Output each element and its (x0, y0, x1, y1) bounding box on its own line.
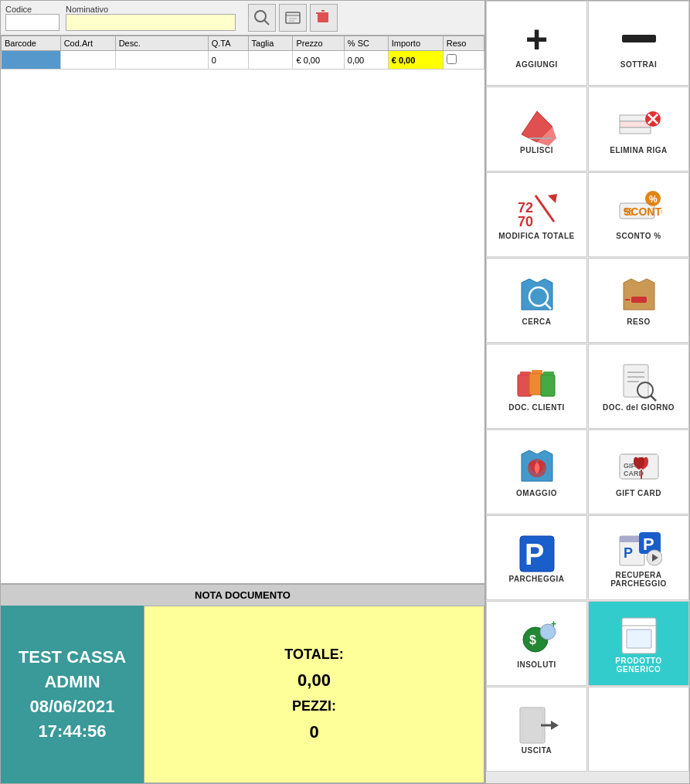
cash-icon: $ + (514, 618, 560, 660)
doc-clienti-button[interactable]: DOC. CLIENTI (486, 344, 587, 429)
svg-text:%: % (624, 205, 634, 218)
doc-giorno-label: DOC. del GIORNO (603, 403, 675, 412)
generic-product-icon (616, 614, 662, 657)
svg-rect-6 (318, 13, 328, 22)
right-panel: + AGGIUNGI SOTTRAI PULISCI (485, 0, 690, 784)
prodotto-generico-button[interactable]: PRODOTTO GENERICO (588, 601, 689, 686)
svg-marker-23 (548, 194, 557, 203)
svg-text:70: 70 (518, 214, 533, 229)
plus-icon: + (514, 18, 560, 60)
col-qty: Q.TA (208, 36, 248, 51)
svg-marker-72 (551, 721, 559, 730)
parking-icon: P (514, 532, 560, 575)
col-taglia: Taglia (248, 36, 293, 51)
aggiungi-label: AGGIUNGI (515, 60, 558, 69)
left-panel: Codice Nominativo (0, 0, 485, 784)
cell-importo: € 0,00 (388, 51, 443, 70)
edit-header-button[interactable] (279, 4, 307, 32)
cassa-user: ADMIN (44, 672, 100, 692)
col-barcode: Barcode (2, 36, 61, 51)
search-button[interactable] (248, 4, 276, 32)
header-icons (248, 4, 338, 32)
pezzi-label: PEZZI: (292, 698, 336, 714)
clear-header-button[interactable] (310, 4, 338, 32)
return-icon (616, 275, 662, 317)
cerca-button[interactable]: CERCA (486, 258, 587, 343)
svg-rect-2 (286, 12, 300, 23)
omaggio-button[interactable]: OMAGGIO (486, 429, 587, 514)
uscita-label: USCITA (522, 746, 552, 755)
modifica-totale-button[interactable]: 72 70 MODIFICA TOTALE (486, 172, 587, 257)
pulisci-button[interactable]: PULISCI (486, 87, 587, 171)
cell-reso (443, 51, 484, 70)
recupera-parcheggio-label: RECUPERA PARCHEGGIO (592, 571, 685, 588)
data-table: Barcode Cod.Art Desc. Q.TA Taglia Prezzo… (1, 36, 484, 70)
table-row: 0 € 0,00 0,00 € 0,00 (2, 51, 484, 70)
reso-checkbox[interactable] (447, 54, 457, 64)
svg-rect-70 (522, 709, 543, 742)
svg-line-44 (651, 395, 656, 401)
sottrai-label: SOTTRAI (620, 60, 657, 69)
col-desc: Desc. (115, 36, 208, 51)
col-sc: % SC (344, 36, 388, 51)
svg-text:P: P (525, 538, 544, 571)
nominativo-field: Nominativo (66, 5, 236, 31)
insoluti-button[interactable]: $ + INSOLUTI (486, 601, 587, 686)
parcheggia-label: PARCHEGGIA (508, 575, 564, 583)
cassa-date: 08/06/2021 (29, 697, 114, 717)
total-box: TOTALE: 0,00 PEZZI: 0 (144, 606, 484, 783)
cell-qty: 0 (208, 51, 248, 70)
svg-text:P: P (624, 545, 633, 561)
nominativo-input[interactable] (66, 14, 236, 31)
minus-icon (616, 18, 662, 60)
cassa-time: 17:44:56 (38, 721, 106, 742)
svg-text:$: $ (529, 633, 536, 647)
header-row: Codice Nominativo (1, 1, 484, 36)
reso-button[interactable]: RESO (588, 258, 689, 343)
search-icon (253, 9, 270, 26)
doc-giorno-button[interactable]: DOC. del GIORNO (588, 344, 689, 429)
cell-desc (115, 51, 208, 70)
svg-rect-10 (622, 35, 656, 42)
cell-barcode (2, 51, 61, 70)
totale-value: 0,00 (297, 670, 331, 691)
omaggio-label: OMAGGIO (516, 489, 557, 497)
svg-rect-68 (627, 630, 651, 648)
svg-rect-16 (620, 127, 651, 134)
info-box: TEST CASSA ADMIN 08/06/2021 17:44:56 (1, 606, 144, 783)
folders-icon (514, 361, 560, 403)
search-clothes-icon (514, 275, 560, 317)
modifica-totale-label: MODIFICA TOTALE (498, 232, 574, 240)
sconto-button[interactable]: SCONTO % % SCONTO % (588, 172, 689, 257)
gift-card-button[interactable]: GIFT CARD GIFT CARD (588, 429, 689, 514)
doc-clienti-label: DOC. CLIENTI (508, 403, 565, 412)
codice-input[interactable] (5, 14, 59, 31)
svg-text:%: % (649, 194, 658, 205)
cerca-label: CERCA (522, 317, 551, 326)
svg-point-0 (255, 11, 266, 22)
col-codart: Cod.Art (60, 36, 115, 51)
sottrai-button[interactable]: SOTTRAI (588, 1, 689, 86)
svg-rect-37 (541, 375, 555, 396)
col-prezzo: Prezzo (293, 36, 344, 51)
aggiungi-button[interactable]: + AGGIUNGI (486, 1, 587, 86)
uscita-button[interactable]: USCITA (486, 687, 587, 772)
prodotto-generico-label: PRODOTTO GENERICO (592, 657, 685, 674)
elimina-riga-button[interactable]: ELIMINA RIGA (588, 87, 689, 171)
parcheggia-button[interactable]: P PARCHEGGIA (486, 515, 587, 600)
giftcard-icon: GIFT CARD (616, 446, 662, 489)
svg-line-22 (535, 195, 554, 222)
cell-sc: 0,00 (344, 51, 388, 70)
codice-field: Codice (5, 5, 59, 31)
pezzi-value: 0 (309, 722, 318, 742)
exit-icon (514, 704, 560, 746)
sconto-label: SCONTO % (616, 232, 661, 240)
nominativo-label: Nominativo (66, 5, 236, 14)
gift-icon (514, 446, 560, 489)
svg-rect-38 (543, 372, 554, 375)
nota-label: NOTA DOCUMENTO (195, 589, 291, 601)
recupera-parcheggio-button[interactable]: P P RECUPERA PARCHEGGIO (588, 515, 689, 600)
svg-text:+: + (525, 18, 548, 60)
pulisci-label: PULISCI (520, 146, 553, 154)
edit-icon (284, 9, 301, 26)
